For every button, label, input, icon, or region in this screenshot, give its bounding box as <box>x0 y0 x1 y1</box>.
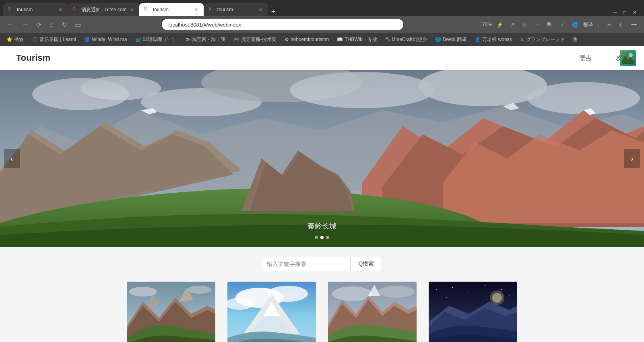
search-icon-btn[interactable]: 🔍 <box>544 21 555 29</box>
minimize-icon[interactable]: ─ <box>611 9 619 16</box>
tab-4-close[interactable]: ✕ <box>258 6 263 13</box>
hero-next-button[interactable]: › <box>624 149 640 168</box>
bookmark-icon-3: 📺 <box>135 37 141 42</box>
new-tab-button[interactable]: + <box>268 8 279 16</box>
bookmark-icon-11: ⚔ <box>520 37 524 42</box>
tab-2-close[interactable]: ✕ <box>129 6 134 13</box>
site-logo: Tourism <box>16 53 50 63</box>
tab-1-close[interactable]: ✕ <box>58 6 63 13</box>
bookmarks-bar: ⭐ 书签 🎵 音乐乐园 | Learni 🌀 Windy: Wind ma 📺 … <box>0 33 644 46</box>
card-4-svg <box>429 282 517 342</box>
bookmark-label-4: 淘宝网 - 淘！我 <box>192 36 225 43</box>
hero-prev-button[interactable]: ‹ <box>4 149 20 168</box>
address-input[interactable] <box>162 19 403 30</box>
forward-button[interactable]: → <box>19 19 31 30</box>
tab-3[interactable]: V tourism ✕ <box>139 3 204 16</box>
back-button[interactable]: ← <box>5 19 16 30</box>
tab-1-favicon: V <box>8 6 14 13</box>
svg-point-22 <box>452 287 453 288</box>
bookmark-minecraft[interactable]: ⛏ MineCraft幻想乡 <box>384 35 429 44</box>
hero-dot-2[interactable] <box>326 236 329 239</box>
reload-button[interactable]: ⟳ <box>34 19 44 30</box>
tab-4[interactable]: V tourism ✕ <box>204 3 268 16</box>
tab-3-favicon: V <box>144 6 151 13</box>
cut-btn[interactable]: ✂ <box>605 21 614 29</box>
close-window-icon[interactable]: ✕ <box>630 9 639 16</box>
bookmark-thbwiki[interactable]: 📖 THBWiki · 专业 <box>335 35 379 44</box>
bookmark-deepl[interactable]: 🌐 DeepL翻译 <box>433 35 468 44</box>
tab-3-close[interactable]: ✕ <box>194 6 199 13</box>
svg-point-7 <box>290 72 435 108</box>
bookmark-music[interactable]: 🎵 音乐乐园 | Learni <box>30 35 78 44</box>
reader-mode-button[interactable]: ▭ <box>72 19 83 30</box>
card-2[interactable]: 富士捜 <box>227 282 316 342</box>
bookmark-label-3: 哔哩哔哩（' · '） <box>143 36 178 43</box>
bookmark-granblue[interactable]: ⚔ グランブルーファ <box>518 35 566 44</box>
card-1-svg <box>127 282 215 342</box>
search-button[interactable]: Q搜索 <box>350 257 383 271</box>
shield-icon-btn[interactable]: ✓ <box>558 21 567 29</box>
card-1[interactable]: 长白山 <box>127 282 215 342</box>
bookmark-taobao[interactable]: 🛍 淘宝网 - 淘！我 <box>184 35 227 44</box>
svg-point-26 <box>509 295 510 296</box>
svg-point-9 <box>527 82 640 114</box>
hero-dot-0[interactable] <box>315 236 318 239</box>
nav-link-attractions[interactable]: 景点 <box>580 54 592 62</box>
card-4[interactable]: 大巴河 <box>429 282 517 342</box>
more-menu-btn[interactable]: ••• <box>629 21 639 29</box>
svg-point-19 <box>378 286 415 298</box>
maximize-icon[interactable]: □ <box>621 9 629 16</box>
bookmark-bilibili[interactable]: 📺 哔哩哔哩（' · '） <box>134 35 180 44</box>
bookmark-icon-1: 🎵 <box>32 37 38 42</box>
bookmark-label-8: MineCraft幻想乡 <box>392 36 427 43</box>
bookmark-icon-8: ⛏ <box>385 37 390 42</box>
more-options[interactable]: ⋯ <box>532 21 542 29</box>
card-3[interactable]: 黄龙长城 <box>328 282 417 342</box>
website-content: Tourism 景点 攻略 ‹ <box>0 46 644 342</box>
tab-1[interactable]: V tourism ✕ <box>3 3 68 16</box>
tab-2[interactable]: G 消息通知 · Gitee.com ✕ <box>68 3 139 16</box>
cards-section: 长白山 <box>0 278 644 342</box>
tab-3-title: tourism <box>153 7 191 12</box>
bookmark-label-6: hohoemi/tourismn <box>291 37 329 42</box>
card-3-image <box>328 282 417 342</box>
bookmark-icon-9: 🌐 <box>435 37 441 42</box>
search-section: Q搜索 <box>0 247 644 278</box>
bookmark-icon-7: 📖 <box>337 37 343 42</box>
bookmark-icon-5: 🎮 <box>233 37 239 42</box>
hero-image <box>0 70 644 247</box>
bookmark-bookmarks[interactable]: ⭐ 书签 <box>5 35 25 44</box>
bookmark-windy[interactable]: 🌀 Windy: Wind ma <box>83 36 128 43</box>
bookmark-star-icon: ⭐ <box>6 37 12 42</box>
night-mode-btn[interactable]: ☾ <box>617 21 626 29</box>
bookmark-label-10: 万老板 wboss <box>482 36 512 43</box>
hero-dot-1[interactable] <box>320 236 324 239</box>
bookmark-gitee[interactable]: ⚙ hohoemi/tourismn <box>283 36 330 43</box>
bookmark-wanboss[interactable]: 👤 万老板 wboss <box>473 35 513 44</box>
tab-4-title: tourism <box>217 7 256 12</box>
hero-banner: ‹ <box>0 70 644 247</box>
address-bar: ← → ⟳ ⌂ ↻ ▭ 75% ⚡ ↗ ☆ ⋯ 🔍 ✓ 🌐 翻译 ↓ ✂ ☾ •… <box>0 16 644 33</box>
landscape-icon <box>622 52 634 64</box>
history-button[interactable]: ↻ <box>59 19 69 30</box>
bookmark-icon-2: 🌀 <box>84 37 90 42</box>
lightning-button[interactable]: ⚡ <box>494 21 506 29</box>
bookmark-label-0: 书签 <box>14 36 24 43</box>
tab-2-favicon: G <box>72 6 79 13</box>
bookmark-huya[interactable]: 🎮 虎牙直播-技术架 <box>232 35 278 44</box>
home-button[interactable]: ⌂ <box>47 19 56 30</box>
svg-point-23 <box>469 291 469 292</box>
translate-btn[interactable]: 🌐 <box>570 21 581 29</box>
search-input[interactable] <box>262 257 350 271</box>
bookmark-last[interactable]: 逸 <box>571 35 579 44</box>
site-logo-icon <box>620 50 636 66</box>
download-btn[interactable]: ↓ <box>595 21 603 29</box>
tab-4-favicon: V <box>208 6 215 13</box>
svg-point-1 <box>629 53 633 57</box>
bookmark-label-7: THBWiki · 专业 <box>345 36 377 43</box>
share-button[interactable]: ↗ <box>508 21 517 29</box>
svg-point-25 <box>501 289 502 290</box>
bookmark-star[interactable]: ☆ <box>520 21 529 29</box>
bookmark-label-11: グランブルーファ <box>526 36 565 43</box>
card-4-image <box>429 282 517 342</box>
